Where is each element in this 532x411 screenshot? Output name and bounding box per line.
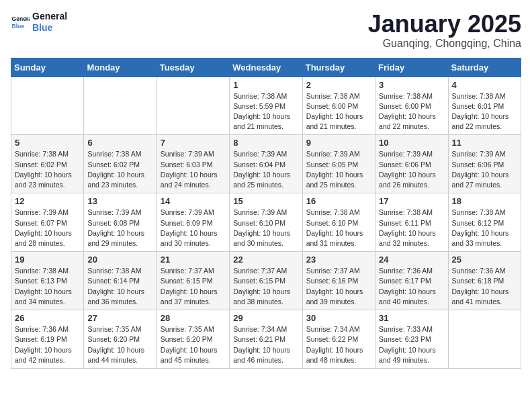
calendar-cell: 12Sunrise: 7:39 AM Sunset: 6:07 PM Dayli… (11, 193, 84, 252)
calendar-table: SundayMondayTuesdayWednesdayThursdayFrid… (11, 58, 521, 369)
day-info: Sunrise: 7:38 AM Sunset: 6:13 PM Dayligh… (15, 266, 80, 307)
calendar-cell: 26Sunrise: 7:36 AM Sunset: 6:19 PM Dayli… (11, 310, 84, 369)
calendar-cell: 19Sunrise: 7:38 AM Sunset: 6:13 PM Dayli… (11, 252, 84, 310)
calendar-cell: 9Sunrise: 7:39 AM Sunset: 6:05 PM Daylig… (302, 135, 375, 193)
day-info: Sunrise: 7:37 AM Sunset: 6:15 PM Dayligh… (161, 266, 226, 307)
weekday-header: Monday (84, 58, 157, 77)
day-info: Sunrise: 7:38 AM Sunset: 6:00 PM Dayligh… (306, 91, 371, 132)
day-info: Sunrise: 7:38 AM Sunset: 6:11 PM Dayligh… (379, 208, 444, 248)
day-info: Sunrise: 7:38 AM Sunset: 6:01 PM Dayligh… (452, 91, 517, 132)
calendar-cell: 3Sunrise: 7:38 AM Sunset: 6:00 PM Daylig… (375, 77, 448, 135)
calendar-cell: 24Sunrise: 7:36 AM Sunset: 6:17 PM Dayli… (375, 252, 448, 310)
day-number: 9 (306, 138, 371, 148)
calendar-week-row: 1Sunrise: 7:38 AM Sunset: 5:59 PM Daylig… (11, 77, 521, 135)
calendar-cell: 29Sunrise: 7:34 AM Sunset: 6:21 PM Dayli… (230, 310, 302, 369)
calendar-cell: 8Sunrise: 7:39 AM Sunset: 6:04 PM Daylig… (230, 135, 302, 193)
day-number: 31 (379, 313, 444, 323)
day-info: Sunrise: 7:37 AM Sunset: 6:16 PM Dayligh… (306, 266, 371, 307)
calendar-cell: 23Sunrise: 7:37 AM Sunset: 6:16 PM Dayli… (302, 252, 375, 310)
calendar-week-row: 5Sunrise: 7:38 AM Sunset: 6:02 PM Daylig… (11, 135, 521, 193)
day-number: 21 (161, 255, 226, 265)
day-info: Sunrise: 7:39 AM Sunset: 6:03 PM Dayligh… (161, 149, 226, 190)
calendar-cell: 20Sunrise: 7:38 AM Sunset: 6:14 PM Dayli… (84, 252, 157, 310)
calendar-cell: 10Sunrise: 7:39 AM Sunset: 6:06 PM Dayli… (375, 135, 448, 193)
calendar-cell: 28Sunrise: 7:35 AM Sunset: 6:20 PM Dayli… (157, 310, 229, 369)
day-info: Sunrise: 7:39 AM Sunset: 6:06 PM Dayligh… (379, 149, 444, 190)
calendar-cell: 6Sunrise: 7:38 AM Sunset: 6:02 PM Daylig… (84, 135, 157, 193)
calendar-cell: 13Sunrise: 7:39 AM Sunset: 6:08 PM Dayli… (84, 193, 157, 252)
day-info: Sunrise: 7:33 AM Sunset: 6:23 PM Dayligh… (379, 324, 444, 365)
day-number: 15 (233, 196, 298, 206)
day-number: 5 (15, 138, 80, 148)
calendar-cell: 18Sunrise: 7:38 AM Sunset: 6:12 PM Dayli… (448, 193, 521, 252)
day-number: 23 (306, 255, 371, 265)
day-number: 16 (306, 196, 371, 206)
day-number: 27 (87, 313, 152, 323)
calendar-cell: 4Sunrise: 7:38 AM Sunset: 6:01 PM Daylig… (448, 77, 521, 135)
day-info: Sunrise: 7:38 AM Sunset: 6:10 PM Dayligh… (306, 208, 371, 248)
day-number: 30 (306, 313, 371, 323)
calendar-cell: 2Sunrise: 7:38 AM Sunset: 6:00 PM Daylig… (302, 77, 375, 135)
day-number: 3 (379, 80, 444, 90)
day-number: 1 (233, 80, 298, 90)
day-info: Sunrise: 7:39 AM Sunset: 6:05 PM Dayligh… (306, 149, 371, 190)
calendar-cell: 22Sunrise: 7:37 AM Sunset: 6:15 PM Dayli… (230, 252, 302, 310)
day-number: 2 (306, 80, 371, 90)
day-number: 14 (161, 196, 226, 206)
day-info: Sunrise: 7:38 AM Sunset: 6:14 PM Dayligh… (87, 266, 152, 307)
day-info: Sunrise: 7:35 AM Sunset: 6:20 PM Dayligh… (161, 324, 226, 365)
calendar-cell: 25Sunrise: 7:36 AM Sunset: 6:18 PM Dayli… (448, 252, 521, 310)
logo: General Blue General Blue (11, 11, 67, 34)
day-info: Sunrise: 7:38 AM Sunset: 5:59 PM Dayligh… (233, 91, 298, 132)
calendar-cell: 1Sunrise: 7:38 AM Sunset: 5:59 PM Daylig… (230, 77, 302, 135)
day-info: Sunrise: 7:38 AM Sunset: 6:00 PM Dayligh… (379, 91, 444, 132)
day-info: Sunrise: 7:38 AM Sunset: 6:02 PM Dayligh… (87, 149, 152, 190)
month-title: January 2025 (368, 11, 521, 38)
weekday-header: Friday (375, 58, 448, 77)
day-number: 17 (379, 196, 444, 206)
day-number: 28 (161, 313, 226, 323)
day-info: Sunrise: 7:39 AM Sunset: 6:10 PM Dayligh… (233, 208, 298, 248)
calendar-week-row: 19Sunrise: 7:38 AM Sunset: 6:13 PM Dayli… (11, 252, 521, 310)
calendar-cell: 17Sunrise: 7:38 AM Sunset: 6:11 PM Dayli… (375, 193, 448, 252)
day-number: 19 (15, 255, 80, 265)
weekday-header: Wednesday (230, 58, 302, 77)
weekday-header: Saturday (448, 58, 521, 77)
calendar-cell (11, 77, 84, 135)
logo-line1: General (32, 11, 67, 22)
day-info: Sunrise: 7:39 AM Sunset: 6:08 PM Dayligh… (87, 208, 152, 248)
calendar-cell: 21Sunrise: 7:37 AM Sunset: 6:15 PM Dayli… (157, 252, 229, 310)
calendar-cell: 14Sunrise: 7:39 AM Sunset: 6:09 PM Dayli… (157, 193, 229, 252)
calendar-cell: 15Sunrise: 7:39 AM Sunset: 6:10 PM Dayli… (230, 193, 302, 252)
day-info: Sunrise: 7:36 AM Sunset: 6:18 PM Dayligh… (452, 266, 517, 307)
calendar-cell (84, 77, 157, 135)
weekday-header: Thursday (302, 58, 375, 77)
calendar-cell (448, 310, 521, 369)
logo-icon: General Blue (11, 13, 30, 32)
day-number: 22 (233, 255, 298, 265)
location: Guanqing, Chongqing, China (368, 38, 521, 50)
day-number: 10 (379, 138, 444, 148)
calendar-cell: 31Sunrise: 7:33 AM Sunset: 6:23 PM Dayli… (375, 310, 448, 369)
calendar-cell: 5Sunrise: 7:38 AM Sunset: 6:02 PM Daylig… (11, 135, 84, 193)
day-info: Sunrise: 7:39 AM Sunset: 6:04 PM Dayligh… (233, 149, 298, 190)
calendar-week-row: 26Sunrise: 7:36 AM Sunset: 6:19 PM Dayli… (11, 310, 521, 369)
calendar-cell: 16Sunrise: 7:38 AM Sunset: 6:10 PM Dayli… (302, 193, 375, 252)
day-info: Sunrise: 7:35 AM Sunset: 6:20 PM Dayligh… (87, 324, 152, 365)
svg-text:Blue: Blue (12, 22, 25, 29)
day-info: Sunrise: 7:34 AM Sunset: 6:21 PM Dayligh… (233, 324, 298, 365)
day-info: Sunrise: 7:36 AM Sunset: 6:17 PM Dayligh… (379, 266, 444, 307)
day-info: Sunrise: 7:39 AM Sunset: 6:09 PM Dayligh… (161, 208, 226, 248)
day-info: Sunrise: 7:39 AM Sunset: 6:06 PM Dayligh… (452, 149, 517, 190)
day-number: 8 (233, 138, 298, 148)
day-number: 25 (452, 255, 517, 265)
logo-line2: Blue (32, 22, 67, 34)
day-info: Sunrise: 7:37 AM Sunset: 6:15 PM Dayligh… (233, 266, 298, 307)
day-number: 13 (87, 196, 152, 206)
calendar-week-row: 12Sunrise: 7:39 AM Sunset: 6:07 PM Dayli… (11, 193, 521, 252)
day-number: 12 (15, 196, 80, 206)
calendar-cell: 27Sunrise: 7:35 AM Sunset: 6:20 PM Dayli… (84, 310, 157, 369)
page-header: General Blue General Blue January 2025 G… (11, 11, 521, 50)
weekday-header-row: SundayMondayTuesdayWednesdayThursdayFrid… (11, 58, 521, 77)
day-number: 7 (161, 138, 226, 148)
